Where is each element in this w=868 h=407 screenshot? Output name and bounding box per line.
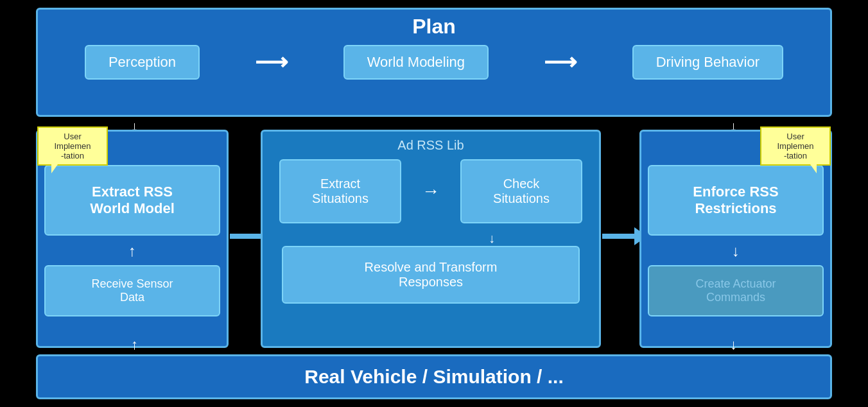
plan-title: Plan [38,10,830,39]
arrow-act-to-bottom: ↓ [730,336,737,353]
rss-lib-box: Ad RSS Lib ExtractSituations → CheckSitu… [261,130,601,348]
rss-lib-title: Ad RSS Lib [269,138,593,153]
extract-rss-world-model: Extract RSSWorld Model [44,165,220,236]
receive-sensor-data: Receive SensorData [44,265,220,316]
arrow-extract-to-check: → [422,181,440,202]
enforce-rss-restrictions: Enforce RSSRestrictions [648,165,824,236]
extract-situations-module: ExtractSituations [279,159,401,223]
plan-box: Plan Perception ⟶ World Modeling ⟶ Drivi… [36,8,832,117]
world-modeling-module: World Modeling [343,45,489,80]
arrow-world-to-driving: ⟶ [544,49,577,76]
arrow-sense-to-bottom: ↑ [131,336,138,353]
driving-behavior-module: Driving Behavior [632,45,783,80]
diagram-wrapper: Plan Perception ⟶ World Modeling ⟶ Drivi… [17,8,851,399]
rss-mid-row: ↓ [269,231,593,246]
user-impl-left: UserImplemen-tation [37,126,108,166]
bottom-bar: Real Vehicle / Simulation / ... [36,354,832,399]
plan-modules: Perception ⟶ World Modeling ⟶ Driving Be… [38,45,830,80]
resolve-responses-module: Resolve and TransformResponses [282,246,580,304]
arrow-perception-to-world: ⟶ [255,49,288,76]
rss-top-row: ExtractSituations → CheckSituations [269,159,593,223]
create-actuator-commands: Create ActuatorCommands [648,265,824,316]
bottom-bar-text: Real Vehicle / Simulation / ... [304,366,563,388]
check-situations-module: CheckSituations [460,159,582,223]
perception-module: Perception [85,45,200,80]
arrow-extract-to-receive: ↑ [44,242,220,260]
arrow-enforce-to-create: ↓ [648,242,824,260]
arrow-check-to-resolve: ↓ [431,231,553,246]
user-impl-right: UserImplemen-tation [760,126,831,166]
